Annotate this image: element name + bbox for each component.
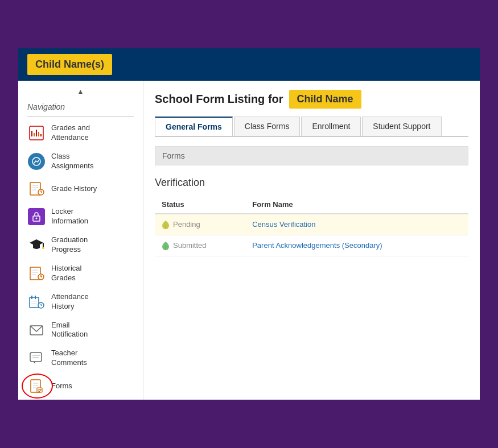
forms-table: Status Form Name Pending Census Verifica… — [155, 196, 468, 256]
status-cell: Submitted — [155, 235, 245, 256]
form-name-column-header: Form Name — [245, 196, 468, 214]
sidebar-item-forms[interactable]: Forms — [18, 372, 143, 400]
email-notification-label: EmailNotification — [51, 321, 88, 340]
forms-table-body: Pending Census Verification Submitted Pa… — [155, 214, 468, 256]
email-notification-icon — [27, 321, 46, 339]
graduation-progress-label: GraduationProgress — [51, 235, 88, 255]
historical-grades-label: HistoricalGrades — [51, 264, 81, 283]
svg-point-18 — [42, 247, 44, 249]
form-name-link[interactable]: Census Verification — [252, 220, 315, 229]
sidebar-item-locker-information[interactable]: LockerInformation — [18, 202, 143, 231]
page-title-text: School Form Listing for — [155, 93, 283, 106]
tabs-row: General Forms Class Forms Enrollment Stu… — [155, 117, 468, 137]
grade-history-icon — [27, 180, 46, 198]
child-name-badge: Child Name — [289, 90, 361, 109]
graduation-icon — [27, 236, 46, 254]
page-title-row: School Form Listing for Child Name — [155, 90, 468, 109]
grades-attendance-label: Grades andAttendance — [51, 123, 90, 143]
grades-attendance-icon — [27, 124, 46, 142]
status-column-header: Status — [155, 196, 245, 214]
header-title: Child Name(s) — [27, 54, 112, 75]
outer-container: Child Name(s) ▲ Navigation — [11, 42, 487, 406]
tab-enrollment[interactable]: Enrollment — [301, 117, 361, 136]
sidebar-item-historical-grades[interactable]: HistoricalGrades — [18, 259, 143, 288]
form-name-link[interactable]: Parent Acknowledgements (Secondary) — [252, 241, 382, 250]
locker-information-label: LockerInformation — [51, 207, 88, 226]
svg-point-15 — [36, 218, 38, 219]
tab-general-forms[interactable]: General Forms — [155, 117, 233, 136]
sidebar-item-class-assignments[interactable]: ClassAssignments — [18, 147, 143, 176]
status-text: Pending — [162, 220, 238, 229]
header: Child Name(s) — [18, 48, 480, 81]
attendance-history-icon — [27, 293, 46, 311]
sidebar-item-graduation-progress[interactable]: GraduationProgress — [18, 231, 143, 259]
teacher-comments-label: TeacherComments — [51, 349, 87, 368]
sidebar-item-teacher-comments[interactable]: TeacherComments — [18, 344, 143, 372]
table-row: Submitted Parent Acknowledgements (Secon… — [155, 235, 468, 256]
forms-icon — [27, 377, 46, 395]
attendance-history-label: AttendanceHistory — [51, 292, 89, 312]
table-header-row: Status Form Name — [155, 196, 468, 214]
status-cell: Pending — [155, 214, 245, 235]
tab-student-support[interactable]: Student Support — [362, 117, 441, 136]
historical-grades-icon — [27, 264, 46, 283]
content-area: School Form Listing for Child Name Gener… — [143, 81, 480, 400]
leaf-icon — [162, 241, 170, 250]
teacher-comments-icon — [27, 349, 46, 367]
sidebar: ▲ Navigation Gra — [18, 81, 143, 400]
sidebar-item-email-notification[interactable]: EmailNotification — [18, 316, 143, 345]
class-assignments-icon — [27, 152, 46, 171]
sidebar-item-grades-attendance[interactable]: Grades andAttendance — [18, 119, 143, 147]
sidebar-item-attendance-history[interactable]: AttendanceHistory — [18, 288, 143, 316]
form-name-cell[interactable]: Parent Acknowledgements (Secondary) — [245, 235, 468, 256]
main-layout: ▲ Navigation Gra — [18, 81, 480, 400]
forms-label: Forms — [51, 381, 72, 391]
status-text: Submitted — [162, 241, 238, 250]
form-name-cell[interactable]: Census Verification — [245, 214, 468, 235]
locker-icon — [27, 208, 46, 226]
leaf-icon — [162, 220, 170, 229]
class-assignments-label: ClassAssignments — [51, 152, 93, 171]
svg-marker-36 — [33, 362, 35, 364]
tab-class-forms[interactable]: Class Forms — [234, 117, 301, 136]
svg-rect-35 — [30, 352, 42, 362]
grade-history-label: Grade History — [51, 184, 97, 194]
sidebar-divider — [27, 116, 134, 117]
app-window: Child Name(s) ▲ Navigation — [17, 47, 481, 401]
forms-section-header: Forms — [155, 146, 468, 165]
scroll-up-arrow[interactable]: ▲ — [18, 85, 143, 98]
verification-title: Verification — [155, 177, 468, 189]
navigation-label: Navigation — [18, 98, 143, 114]
forms-section-label: Forms — [162, 151, 185, 160]
table-row: Pending Census Verification — [155, 214, 468, 235]
sidebar-item-grade-history[interactable]: Grade History — [18, 175, 143, 202]
svg-rect-26 — [30, 297, 39, 308]
